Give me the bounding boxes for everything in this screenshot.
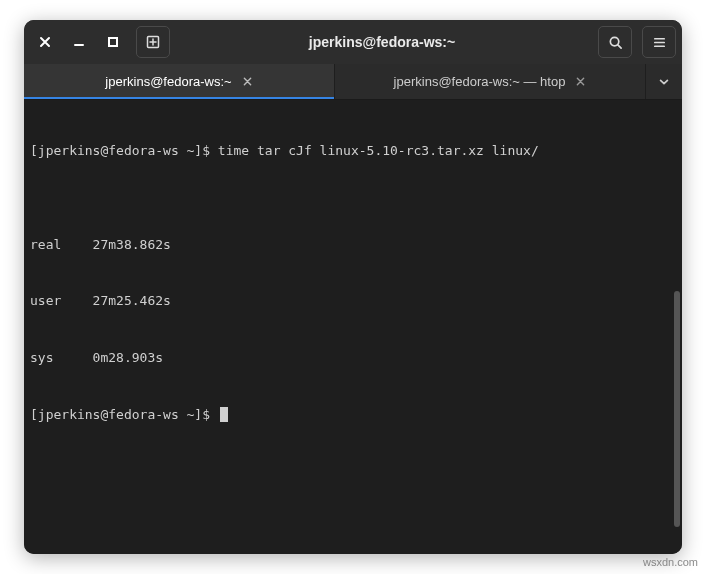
- watermark: wsxdn.com: [643, 556, 698, 568]
- titlebar: jperkins@fedora-ws:~: [24, 20, 682, 64]
- close-window-button[interactable]: [30, 27, 60, 57]
- tab-dropdown-button[interactable]: [646, 64, 682, 99]
- tab-2[interactable]: jperkins@fedora-ws:~ — htop: [335, 64, 646, 99]
- terminal-line: [jperkins@fedora-ws ~]$ time tar cJf lin…: [30, 142, 676, 161]
- scrollbar[interactable]: [674, 291, 680, 527]
- svg-rect-0: [109, 38, 117, 46]
- close-tab-icon[interactable]: [575, 76, 586, 87]
- terminal-line: user 27m25.462s: [30, 292, 676, 311]
- window-title: jperkins@fedora-ws:~: [174, 34, 590, 50]
- tab-label: jperkins@fedora-ws:~: [105, 74, 231, 89]
- cursor-icon: [220, 407, 228, 422]
- terminal-line: real 27m38.862s: [30, 236, 676, 255]
- tab-bar: jperkins@fedora-ws:~ jperkins@fedora-ws:…: [24, 64, 682, 100]
- tab-1[interactable]: jperkins@fedora-ws:~: [24, 64, 335, 99]
- maximize-window-button[interactable]: [98, 27, 128, 57]
- search-button[interactable]: [598, 26, 632, 58]
- terminal-window: jperkins@fedora-ws:~ jperkins@fedora-ws:…: [24, 20, 682, 554]
- close-tab-icon[interactable]: [242, 76, 253, 87]
- tab-label: jperkins@fedora-ws:~ — htop: [394, 74, 566, 89]
- new-tab-button[interactable]: [136, 26, 170, 58]
- menu-button[interactable]: [642, 26, 676, 58]
- terminal-line: sys 0m28.903s: [30, 349, 676, 368]
- terminal-line: [jperkins@fedora-ws ~]$: [30, 406, 676, 425]
- minimize-window-button[interactable]: [64, 27, 94, 57]
- terminal-area[interactable]: [jperkins@fedora-ws ~]$ time tar cJf lin…: [24, 100, 682, 554]
